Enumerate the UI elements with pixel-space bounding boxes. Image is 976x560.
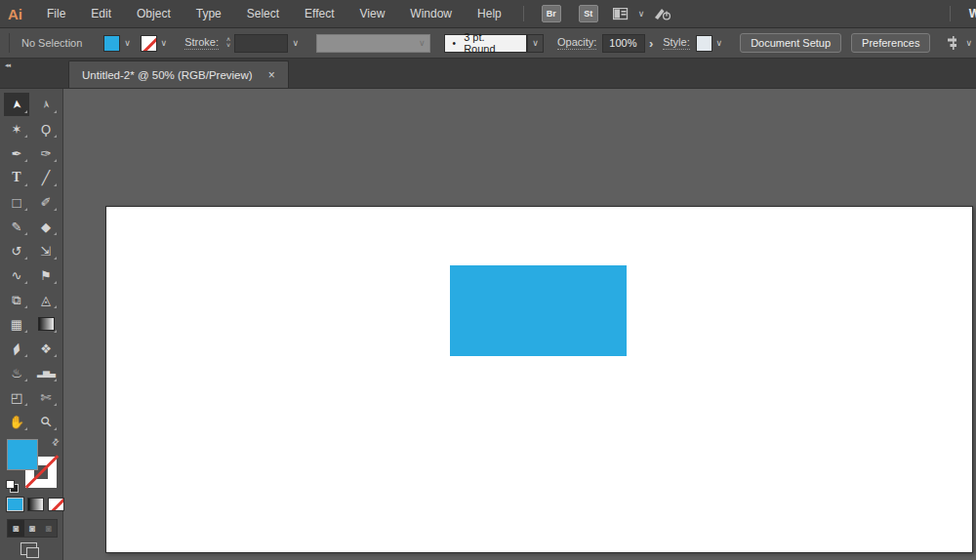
variable-width-profile-chevron[interactable]: ∨: [527, 34, 544, 53]
menu-item[interactable]: Help: [465, 0, 514, 27]
apply-color-row: [7, 498, 64, 511]
tools-panel: ➤➢✶Ϙ✒✑T╱□✐✎◆↺⇲∿⚑⧉◬▦⧫❖♨▂▅▃◰✄✋⚲ ⇄ ◙◙◙: [0, 88, 63, 560]
drawing-modes: ◙◙◙: [7, 519, 58, 538]
chevron-down-icon[interactable]: ∨: [716, 39, 723, 48]
draw-behind-mode[interactable]: ◙: [24, 520, 41, 537]
canvas-area[interactable]: [62, 88, 976, 560]
chevron-down-icon[interactable]: ∨: [292, 39, 299, 48]
opacity-label[interactable]: Opacity:: [557, 36, 596, 50]
bridge-button[interactable]: Br: [542, 5, 561, 22]
document-tab-title: Untitled-2* @ 50% (RGB/Preview): [82, 69, 253, 81]
tab-bar: ◂◂ Untitled-2* @ 50% (RGB/Preview) ×: [0, 57, 976, 89]
menu-item[interactable]: Type: [183, 0, 234, 27]
screen-mode-icon[interactable]: [20, 542, 42, 560]
shaper-tool[interactable]: ✎: [4, 215, 29, 238]
menu-item[interactable]: File: [34, 0, 78, 27]
perspective-grid-tool[interactable]: ◬: [33, 288, 59, 311]
workspace-label[interactable]: W: [959, 7, 976, 20]
fill-stroke-controls: ⇄: [0, 437, 62, 496]
selection-status: No Selection: [21, 37, 82, 49]
panel-grip: [9, 33, 10, 53]
pen-tool[interactable]: ✒: [4, 141, 29, 165]
direct-selection-tool[interactable]: ➢: [33, 93, 59, 116]
stock-button[interactable]: St: [579, 5, 598, 22]
artboard[interactable]: [105, 206, 973, 553]
opacity-input[interactable]: 100%: [602, 34, 645, 53]
style-swatch[interactable]: [696, 35, 712, 52]
color-button[interactable]: [7, 498, 23, 511]
column-graph-tool[interactable]: ▂▅▃: [33, 361, 59, 384]
align-icon[interactable]: [946, 36, 961, 50]
mesh-tool[interactable]: ▦: [4, 312, 29, 336]
curvature-tool[interactable]: ✑: [33, 141, 59, 165]
slice-tool[interactable]: ✄: [33, 385, 59, 409]
style-label[interactable]: Style:: [663, 36, 690, 50]
shape-builder-tool[interactable]: ⧉: [4, 288, 29, 311]
stroke-color-swatch[interactable]: [141, 35, 157, 52]
selection-tool[interactable]: ➤: [4, 93, 29, 116]
stroke-weight-stepper[interactable]: ˄ ˅: [226, 37, 230, 49]
preferences-button[interactable]: Preferences: [851, 33, 930, 53]
width-tool[interactable]: ∿: [4, 263, 29, 287]
variable-width-profile-dropdown[interactable]: • 3 pt. Round: [444, 34, 528, 53]
puppet-warp-tool[interactable]: ⚑: [33, 263, 59, 287]
arrange-documents-icon[interactable]: [613, 8, 629, 20]
rotate-tool[interactable]: ↺: [4, 239, 29, 262]
lasso-tool[interactable]: Ϙ: [33, 117, 59, 140]
menu-item[interactable]: Select: [234, 0, 292, 27]
opacity-arrow-icon[interactable]: ›: [649, 37, 653, 50]
document-setup-button[interactable]: Document Setup: [740, 33, 841, 53]
blue-rectangle-shape[interactable]: [450, 265, 627, 356]
brush-definition-dropdown: ∨: [316, 34, 430, 53]
none-button[interactable]: [48, 498, 64, 511]
menu-bar: Ai FileEditObjectTypeSelectEffectViewWin…: [0, 0, 976, 27]
swap-fill-stroke-icon[interactable]: ⇄: [50, 436, 61, 448]
chevron-down-icon: ∨: [532, 39, 539, 48]
gradient-tool[interactable]: [33, 312, 59, 336]
default-fill-stroke-icon[interactable]: [6, 480, 19, 493]
profile-bullet-icon: •: [453, 38, 457, 49]
app-logo: Ai: [8, 6, 22, 22]
menu-item[interactable]: Edit: [78, 0, 124, 27]
chevron-down-icon[interactable]: ∨: [161, 39, 168, 48]
spinner-down-icon[interactable]: ˅: [226, 43, 230, 49]
menu-item[interactable]: Window: [397, 0, 465, 27]
tool-grid: ➤➢✶Ϙ✒✑T╱□✐✎◆↺⇲∿⚑⧉◬▦⧫❖♨▂▅▃◰✄✋⚲: [0, 88, 62, 433]
hand-tool[interactable]: ✋: [4, 410, 29, 433]
paintbrush-tool[interactable]: ✐: [33, 190, 59, 214]
symbol-sprayer-tool[interactable]: ♨: [4, 361, 29, 384]
blend-tool[interactable]: ❖: [33, 337, 59, 360]
rectangle-tool[interactable]: □: [4, 190, 29, 214]
fill-color-swatch[interactable]: [103, 35, 120, 52]
chevron-down-icon: ∨: [419, 39, 426, 48]
eraser-tool[interactable]: ◆: [33, 215, 59, 238]
magic-wand-tool[interactable]: ✶: [4, 117, 29, 140]
document-tab[interactable]: Untitled-2* @ 50% (RGB/Preview) ×: [68, 60, 289, 88]
main-menu: FileEditObjectTypeSelectEffectViewWindow…: [34, 0, 514, 27]
collapse-panel-icon[interactable]: ◂◂: [5, 61, 10, 69]
chevron-down-icon[interactable]: ∨: [638, 10, 645, 19]
menu-item[interactable]: View: [347, 0, 398, 27]
zoom-tool[interactable]: ⚲: [33, 410, 59, 433]
draw-inside-mode[interactable]: ◙: [40, 520, 57, 537]
menu-divider: [950, 6, 951, 21]
line-segment-tool[interactable]: ╱: [33, 166, 59, 189]
fill-proxy-swatch[interactable]: [7, 439, 38, 470]
menu-divider: [523, 6, 524, 21]
chevron-down-icon[interactable]: ∨: [124, 39, 131, 48]
menu-item[interactable]: Effect: [292, 0, 346, 27]
touch-workspace-icon[interactable]: [654, 7, 671, 21]
type-tool[interactable]: T: [4, 166, 29, 189]
close-icon[interactable]: ×: [268, 68, 275, 82]
artboard-tool[interactable]: ◰: [4, 385, 29, 409]
profile-value: 3 pt. Round: [464, 31, 518, 55]
stroke-weight-label[interactable]: Stroke:: [184, 36, 219, 50]
stroke-weight-input[interactable]: [234, 34, 288, 53]
control-bar: No Selection ∨ ∨ Stroke: ˄ ˅ ∨ ∨ • 3 pt.…: [0, 27, 976, 59]
draw-normal-mode[interactable]: ◙: [8, 520, 24, 537]
gradient-button[interactable]: [27, 498, 44, 511]
scale-tool[interactable]: ⇲: [33, 239, 59, 262]
chevron-down-icon[interactable]: ∨: [965, 39, 972, 48]
eyedropper-tool[interactable]: ⧫: [4, 337, 29, 360]
menu-item[interactable]: Object: [124, 0, 183, 27]
